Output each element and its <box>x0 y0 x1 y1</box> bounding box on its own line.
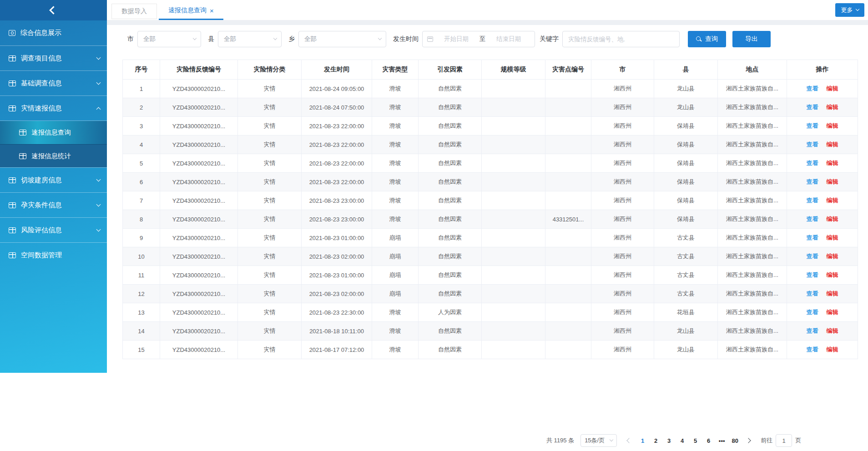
table-cell: 湘西土家族苗族自... <box>718 98 787 117</box>
table-cell: 龙山县 <box>654 98 718 117</box>
collapse-left-icon <box>49 6 57 14</box>
edit-link[interactable]: 编辑 <box>827 85 838 92</box>
chevron-up-icon <box>96 107 101 112</box>
table-cell <box>545 80 591 98</box>
table-row: 4YZD43000020210...灾情2021-08-23 22:00:00滑… <box>123 135 858 154</box>
edit-link[interactable]: 编辑 <box>827 122 838 129</box>
city-select[interactable]: 全部 <box>137 31 201 47</box>
table-cell: 2021-08-23 22:00:00 <box>302 135 372 154</box>
view-link[interactable]: 查看 <box>807 290 818 297</box>
township-select[interactable]: 全部 <box>298 31 386 47</box>
edit-link[interactable]: 编辑 <box>827 141 838 148</box>
goto-page-input[interactable] <box>776 434 792 447</box>
sidebar-background: 综合信息展示 调查项目信息 基础调查信息 灾情速报信息 <box>0 0 107 373</box>
page-ellipsis[interactable]: ••• <box>716 437 728 444</box>
table-cell: 2021-08-23 02:00:00 <box>302 247 372 266</box>
table-cell: 湘西土家族苗族自... <box>718 135 787 154</box>
view-link[interactable]: 查看 <box>807 160 818 166</box>
table-cell <box>545 247 591 266</box>
view-link[interactable]: 查看 <box>807 85 818 92</box>
table-cell: 湘西土家族苗族自... <box>718 173 787 191</box>
view-link[interactable]: 查看 <box>807 197 818 204</box>
prev-page-button[interactable] <box>624 434 634 447</box>
edit-link[interactable]: 编辑 <box>827 160 838 166</box>
date-range-picker[interactable]: 开始日期 至 结束日期 <box>422 31 535 47</box>
sidebar-menu: 综合信息展示 调查项目信息 基础调查信息 灾情速报信息 <box>0 20 107 267</box>
table-row: 11YZD43000020210...灾情2021-08-23 01:00:00… <box>123 266 858 285</box>
more-button-label: 更多 <box>841 6 853 14</box>
main-area: 数据导入 速报信息查询 × 更多 市 全部 县 全部 <box>107 0 868 451</box>
county-select[interactable]: 全部 <box>218 31 282 47</box>
search-button[interactable]: 查询 <box>688 31 726 47</box>
edit-link[interactable]: 编辑 <box>827 253 838 260</box>
view-link[interactable]: 查看 <box>807 234 818 241</box>
sidebar-subitem-report-query[interactable]: 速报信息查询 <box>0 121 107 144</box>
page-size-select[interactable]: 15条/页 <box>580 434 617 447</box>
page-number-button[interactable]: 80 <box>729 437 741 444</box>
table-cell: 灾情 <box>238 341 302 359</box>
table-cell: 湘西土家族苗族自... <box>718 322 787 341</box>
table-cell: 9 <box>123 229 160 247</box>
sidebar-item-label: 孕灾条件信息 <box>21 201 62 210</box>
view-link[interactable]: 查看 <box>807 309 818 316</box>
sidebar-collapse-button[interactable] <box>0 0 107 20</box>
sidebar-item-spatial-data-management[interactable]: 空间数据管理 <box>0 242 107 267</box>
edit-link[interactable]: 编辑 <box>827 104 838 110</box>
table-cell: 自然因素 <box>419 154 482 173</box>
tab-data-import[interactable]: 数据导入 <box>111 4 157 19</box>
sidebar-item-comprehensive-display[interactable]: 综合信息展示 <box>0 20 107 45</box>
view-link[interactable]: 查看 <box>807 215 818 222</box>
view-link[interactable]: 查看 <box>807 122 818 129</box>
edit-link[interactable]: 编辑 <box>827 234 838 241</box>
edit-link[interactable]: 编辑 <box>827 215 838 222</box>
table-row: 7YZD43000020210...灾情2021-08-23 23:00:00滑… <box>123 191 858 210</box>
page-number-button[interactable]: 1 <box>636 437 649 444</box>
table-cell: YZD43000020210... <box>160 266 238 285</box>
view-link[interactable]: 查看 <box>807 104 818 110</box>
view-link[interactable]: 查看 <box>807 346 818 353</box>
close-icon[interactable]: × <box>210 7 214 14</box>
sidebar-subitem-report-statistics[interactable]: 速报信息统计 <box>0 144 107 167</box>
keyword-input[interactable] <box>562 31 680 47</box>
more-button[interactable]: 更多 <box>835 3 864 17</box>
view-link[interactable]: 查看 <box>807 253 818 260</box>
table-cell <box>482 285 545 303</box>
page-number-button[interactable]: 2 <box>650 437 662 444</box>
edit-link[interactable]: 编辑 <box>827 271 838 278</box>
edit-link[interactable]: 编辑 <box>827 178 838 185</box>
table-cell: 龙山县 <box>654 80 718 98</box>
table-icon <box>19 130 26 135</box>
start-date-placeholder: 开始日期 <box>435 35 478 43</box>
view-link[interactable]: 查看 <box>807 141 818 148</box>
page-number-button[interactable]: 6 <box>702 437 715 444</box>
view-link[interactable]: 查看 <box>807 327 818 334</box>
sidebar-item-risk-assessment-info[interactable]: 风险评估信息 <box>0 217 107 242</box>
sidebar-item-slope-housing-info[interactable]: 切坡建房信息 <box>0 167 107 192</box>
edit-link[interactable]: 编辑 <box>827 290 838 297</box>
page-number-button[interactable]: 5 <box>689 437 701 444</box>
view-link[interactable]: 查看 <box>807 178 818 185</box>
table-cell: YZD43000020210... <box>160 173 238 191</box>
edit-link[interactable]: 编辑 <box>827 309 838 316</box>
tab-label: 速报信息查询 <box>168 6 207 15</box>
chevron-down-icon <box>96 227 101 232</box>
sidebar-item-hazard-condition-info[interactable]: 孕灾条件信息 <box>0 192 107 217</box>
table-cell: 2021-08-18 10:11:00 <box>302 322 372 341</box>
edit-link[interactable]: 编辑 <box>827 327 838 334</box>
sidebar-item-survey-project-info[interactable]: 调查项目信息 <box>0 45 107 70</box>
tab-report-query[interactable]: 速报信息查询 × <box>159 2 223 20</box>
table-cell <box>545 303 591 322</box>
export-button[interactable]: 导出 <box>732 31 771 47</box>
sidebar-item-disaster-report-info[interactable]: 灾情速报信息 <box>0 95 107 120</box>
sidebar-item-basic-survey-info[interactable]: 基础调查信息 <box>0 70 107 95</box>
next-page-button[interactable] <box>743 434 753 447</box>
page-number-button[interactable]: 4 <box>676 437 688 444</box>
table-cell: 2021-08-23 22:30:00 <box>302 303 372 322</box>
search-icon <box>696 36 702 42</box>
edit-link[interactable]: 编辑 <box>827 346 838 353</box>
view-link[interactable]: 查看 <box>807 271 818 278</box>
edit-link[interactable]: 编辑 <box>827 197 838 204</box>
table-cell: 湘西州 <box>591 303 654 322</box>
page-number-button[interactable]: 3 <box>663 437 675 444</box>
column-header: 规模等级 <box>482 60 545 80</box>
